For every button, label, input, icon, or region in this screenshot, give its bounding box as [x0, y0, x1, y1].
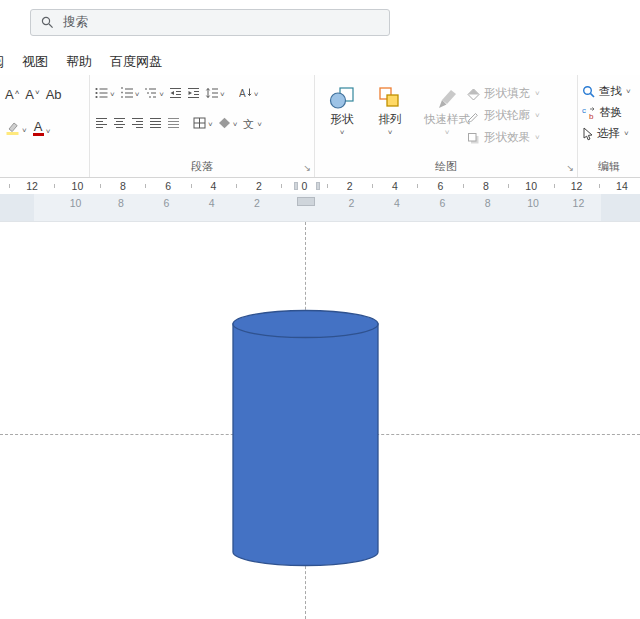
paragraph-dialog-launcher[interactable]: ↘: [303, 164, 311, 173]
highlight-color-button[interactable]: ˅: [4, 120, 28, 136]
replace-label: 替换: [599, 105, 622, 120]
decrease-indent-button[interactable]: [168, 86, 183, 100]
chevron-down-icon: ˅: [340, 129, 345, 137]
indent-marker-right[interactable]: [316, 182, 320, 190]
increase-indent-button[interactable]: [186, 86, 201, 100]
distribute-button[interactable]: [166, 116, 181, 130]
shape-fill-button[interactable]: 形状填充 ˅: [467, 86, 540, 101]
ruler-number: 10: [70, 179, 86, 193]
search-icon: [41, 16, 54, 29]
search-placeholder: 搜索: [63, 14, 88, 31]
menu-item-help[interactable]: 帮助: [66, 53, 92, 71]
chevron-down-icon: ˅: [388, 129, 393, 137]
shapes-button[interactable]: 形状 ˅: [323, 83, 361, 137]
shrink-font-button[interactable]: A˅: [24, 87, 40, 102]
asian-layout-button[interactable]: 文 ˅: [241, 116, 263, 130]
numbering-button[interactable]: ˅: [119, 86, 141, 100]
menu-item-review[interactable]: 阅: [0, 53, 4, 71]
chevron-down-icon: ˅: [46, 128, 51, 136]
svg-text:b: b: [589, 112, 594, 120]
menu-item-baidu-netdisk[interactable]: 百度网盘: [110, 53, 162, 71]
cylinder-top-ellipse: [233, 311, 378, 338]
borders-button[interactable]: ˅: [192, 116, 214, 130]
quick-styles-label: 快速样式: [424, 112, 470, 127]
shape-fill-icon: [467, 88, 480, 100]
menu-bar: 阅 视图 帮助 百度网盘: [0, 50, 640, 74]
replace-icon: c b: [582, 106, 596, 120]
chevron-down-icon: ˅: [626, 88, 631, 96]
chevron-down-icon: ˅: [135, 91, 140, 99]
shape-effects-button[interactable]: 形状效果 ˅: [467, 130, 540, 145]
ruler-number: 2: [345, 179, 355, 193]
arrange-label: 排列: [379, 112, 402, 127]
ribbon: A˄ A˅ Ab ˅ A: [0, 75, 640, 178]
increase-indent-icon: [187, 87, 200, 99]
align-center-button[interactable]: [112, 116, 127, 130]
chevron-down-icon: ˅: [257, 121, 262, 129]
indent-marker-left[interactable]: [294, 182, 298, 190]
font-color-button[interactable]: A ˅: [32, 119, 52, 137]
justify-button[interactable]: [148, 116, 163, 130]
align-center-icon: [113, 117, 126, 129]
distribute-icon: [167, 117, 180, 129]
shading-button[interactable]: ˅: [217, 116, 239, 130]
svg-text:c: c: [582, 106, 586, 115]
bullets-button[interactable]: ˅: [94, 86, 116, 100]
text-direction-button[interactable]: A ˅: [238, 86, 260, 100]
menu-item-view[interactable]: 视图: [22, 53, 48, 71]
find-button[interactable]: 查找 ˅: [582, 84, 631, 99]
replace-button[interactable]: c b 替换: [582, 105, 631, 120]
select-cursor-icon: [582, 127, 594, 141]
select-button[interactable]: 选择 ˅: [582, 126, 631, 141]
drawing-group-label: 绘图: [315, 159, 577, 174]
multilevel-list-button[interactable]: ˅: [143, 86, 165, 100]
font-color-bar: [33, 133, 44, 136]
paragraph-group-label: 段落: [90, 159, 314, 174]
ruler-number: 14: [614, 179, 630, 193]
ruler-number: 4: [392, 196, 402, 210]
font-group: A˄ A˅ Ab ˅ A: [0, 75, 90, 177]
numbering-icon: [120, 87, 133, 99]
line-spacing-button[interactable]: ˅: [204, 86, 226, 100]
highlight-bar: [7, 132, 19, 135]
drawing-dialog-launcher[interactable]: ↘: [566, 164, 574, 173]
cylinder-body: [233, 324, 378, 565]
select-label: 选择: [597, 126, 620, 141]
ruler-margin-strip: 10864224681012: [0, 194, 640, 222]
ruler-horizontal: 1210864202468101214: [0, 178, 640, 194]
paragraph-group: ˅ ˅ ˅: [90, 75, 315, 177]
chevron-down-icon: ˅: [624, 130, 629, 138]
ruler-number: 2: [347, 196, 357, 210]
search-box[interactable]: 搜索: [30, 9, 390, 36]
chevron-down-icon: ˅: [159, 91, 164, 99]
clear-formatting-button[interactable]: Ab: [45, 87, 63, 102]
shading-icon: [218, 117, 231, 129]
shape-effects-label: 形状效果: [484, 130, 530, 145]
shapes-icon: [329, 86, 355, 110]
shape-outline-icon: [467, 110, 480, 122]
shape-outline-label: 形状轮廓: [484, 108, 530, 123]
ruler-number: 6: [163, 179, 173, 193]
first-line-indent-marker[interactable]: [297, 197, 315, 206]
margin-right-zone: [601, 194, 640, 221]
chevron-down-icon: ˅: [22, 127, 27, 135]
ruler-number: 2: [254, 179, 264, 193]
ruler-number: 6: [435, 179, 445, 193]
ruler-number: 4: [207, 196, 217, 210]
chevron-down-icon: ˅: [233, 121, 238, 129]
cylinder-shape[interactable]: [232, 309, 379, 567]
margin-left-zone: [0, 194, 34, 221]
document-canvas[interactable]: [0, 222, 640, 619]
justify-icon: [149, 117, 162, 129]
chevron-down-icon: ˅: [208, 121, 213, 129]
ruler-number: 8: [116, 196, 126, 210]
asian-layout-icon: 文: [242, 117, 255, 129]
grow-font-button[interactable]: A˄: [4, 87, 20, 102]
bullets-icon: [95, 87, 108, 99]
decrease-indent-icon: [169, 87, 182, 99]
align-right-button[interactable]: [130, 116, 145, 130]
align-left-button[interactable]: [94, 116, 109, 130]
arrange-button[interactable]: 排列 ˅: [371, 83, 409, 137]
shape-outline-button[interactable]: 形状轮廓 ˅: [467, 108, 540, 123]
shapes-label: 形状: [331, 112, 354, 127]
